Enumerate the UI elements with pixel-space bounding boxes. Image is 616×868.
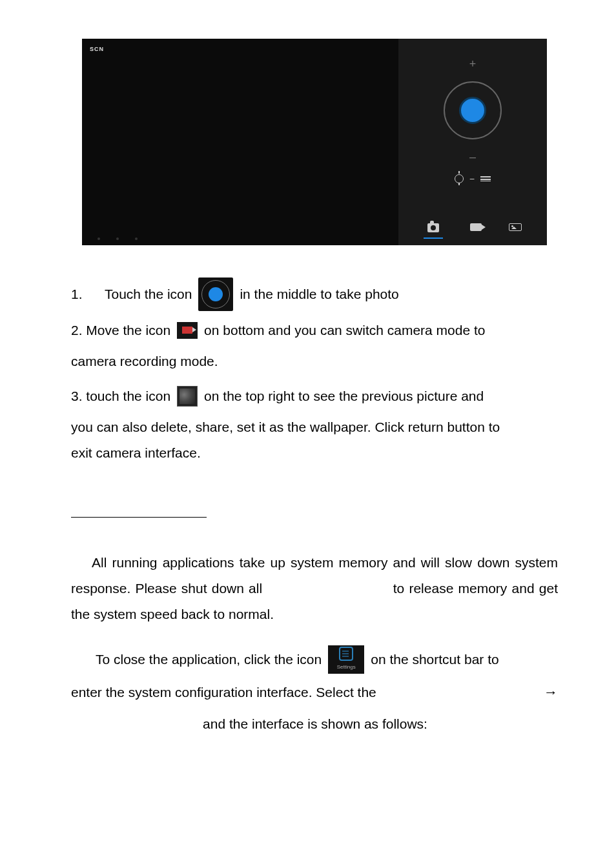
instruction-2-text-a: 2. Move the icon — [71, 318, 170, 343]
shutter-ring[interactable] — [444, 81, 502, 139]
brightness-row: – — [455, 172, 491, 187]
instruction-2: 2. Move the icon on bottom and you can s… — [71, 318, 558, 374]
scn-badge: SCN — [90, 44, 104, 55]
camera-controls-panel: + – – — [398, 39, 547, 245]
shutter-button[interactable] — [459, 97, 486, 124]
p2-c: enter the system configuration interface… — [71, 685, 376, 700]
instruction-3-text-a: 3. touch the icon — [71, 383, 170, 409]
instruction-3: 3. touch the icon on the top right to se… — [71, 383, 558, 466]
instruction-3-text-d: exit camera interface. — [71, 440, 558, 466]
instruction-1-text-b: in the middle to take photo — [240, 281, 398, 307]
p1-a: All running applications take up system … — [92, 555, 509, 570]
instruction-1: 1. Touch the icon in the middle to take … — [71, 278, 558, 311]
sliders-icon[interactable] — [480, 174, 491, 183]
list-number: 1. — [71, 281, 89, 307]
instruction-2-text-c: camera recording mode. — [71, 348, 558, 374]
p2-b: on the shortcut bar to — [371, 647, 498, 672]
p2-d-hidden: Running — [149, 716, 199, 731]
instruction-1-text-a: Touch the icon — [105, 281, 192, 307]
camera-screenshot: SCN + – – — [82, 39, 547, 245]
settings-icon: Settings — [328, 645, 364, 674]
instruction-2-text-b: on bottom and you can switch camera mode… — [204, 318, 485, 343]
brightness-dash: – — [470, 172, 475, 187]
shutter-icon — [198, 278, 233, 311]
camera-viewfinder-area: SCN — [82, 39, 398, 245]
pager-dots — [98, 237, 138, 240]
p1-b-hidden: running applications — [267, 581, 388, 596]
zoom-control: + – — [444, 58, 502, 163]
close-app-p1: All running applications take up system … — [71, 550, 558, 627]
zoom-out-icon[interactable]: – — [469, 151, 476, 163]
video-mode-icon — [177, 322, 198, 339]
camera-icon — [427, 223, 439, 232]
p2-c-hidden: Application — [379, 685, 446, 700]
arrow-right-icon: → — [544, 679, 558, 706]
close-app-p2: To close the application, click the icon… — [71, 645, 558, 737]
p1-c: to release — [393, 581, 454, 596]
video-icon — [470, 223, 482, 231]
zoom-in-icon[interactable]: + — [469, 58, 477, 70]
tab-video[interactable] — [470, 223, 482, 239]
mode-tabs — [398, 223, 547, 239]
sun-icon — [455, 174, 464, 183]
instruction-3-text-c: you can also delete, share, set it as th… — [71, 414, 558, 440]
p2-e: and the interface is shown as follows: — [203, 716, 427, 731]
settings-icon-label: Settings — [337, 662, 356, 672]
panorama-icon — [509, 223, 522, 231]
tab-panorama[interactable] — [509, 223, 522, 239]
tab-camera[interactable] — [424, 223, 443, 239]
p2-a: To close the application, click the icon — [96, 647, 322, 672]
instruction-3-text-b: on the top right to see the previous pic… — [204, 383, 484, 409]
hidden-heading: Close the application — [71, 498, 558, 524]
gallery-thumbnail-icon — [177, 386, 198, 407]
